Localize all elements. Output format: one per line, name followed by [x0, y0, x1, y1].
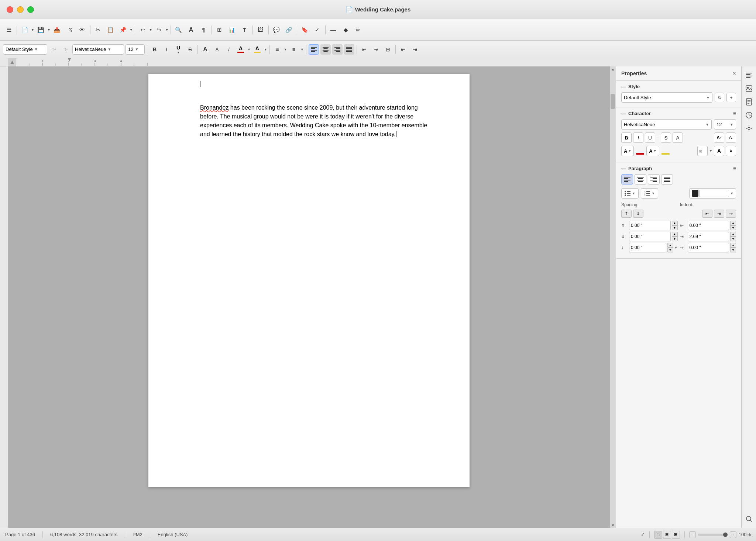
- style-section-header[interactable]: — Style: [621, 84, 736, 89]
- paragraph-numbers-button[interactable]: 1.2.3. ▼: [641, 188, 658, 199]
- para-align-center-button[interactable]: [635, 174, 646, 185]
- redo-button[interactable]: ↪: [153, 24, 165, 36]
- indent-left-down[interactable]: ▼: [730, 225, 736, 230]
- line-spacing-down[interactable]: ▼: [667, 248, 673, 252]
- column-button[interactable]: ⊟: [383, 44, 393, 55]
- paragraph-border-button[interactable]: ▼: [689, 188, 736, 199]
- first-line-up[interactable]: ▲: [730, 243, 736, 248]
- hanging-indent-button[interactable]: ⇢: [726, 210, 736, 218]
- panel-icon-properties[interactable]: [743, 69, 755, 81]
- line-spacing-input[interactable]: 0.00 ": [629, 243, 666, 252]
- undo-dropdown-arrow[interactable]: ▼: [149, 28, 152, 32]
- paste-button-group[interactable]: 📌 ▼: [117, 24, 133, 36]
- close-button[interactable]: [7, 6, 13, 13]
- highlight-arrow[interactable]: ▼: [264, 48, 267, 51]
- pilcrow-button[interactable]: ¶: [198, 24, 210, 36]
- indent-right-up[interactable]: ▲: [730, 232, 736, 237]
- list-button[interactable]: ≡: [272, 44, 282, 55]
- shape2-button[interactable]: ◆: [340, 24, 352, 36]
- style-add-button[interactable]: +: [726, 93, 736, 102]
- align-left-button[interactable]: [309, 44, 319, 55]
- style-select[interactable]: Default Style ▼: [621, 92, 712, 103]
- para-align-right-button[interactable]: [648, 174, 660, 185]
- pen-button[interactable]: ✏: [353, 24, 364, 36]
- highlight-button[interactable]: A: [252, 44, 262, 55]
- char-highlight-button[interactable]: A ▼: [646, 146, 659, 156]
- indent-increase-button[interactable]: ⇥: [371, 44, 381, 55]
- new-button[interactable]: 📄: [19, 24, 31, 36]
- char-underline-button[interactable]: U: [645, 132, 655, 143]
- thumbnail-button[interactable]: ⊞: [672, 531, 680, 539]
- document-area[interactable]: Bronandez has been rocking the scene sin…: [8, 66, 610, 528]
- subscript-button[interactable]: T-: [61, 44, 71, 55]
- paragraph-section-header[interactable]: — Paragraph ≡: [621, 165, 736, 171]
- chart-button[interactable]: 📊: [226, 24, 238, 36]
- font-size-dropdown[interactable]: 12 ▼: [126, 44, 145, 55]
- single-page-button[interactable]: □: [654, 531, 662, 539]
- panel-icon-settings[interactable]: [743, 123, 755, 134]
- character-section-menu[interactable]: ≡: [733, 110, 736, 116]
- spelling-button[interactable]: ✓: [641, 532, 645, 537]
- zoom-slider[interactable]: [698, 534, 728, 536]
- bookmark-button[interactable]: 🔖: [299, 24, 311, 36]
- search-button[interactable]: 🔍: [173, 24, 185, 36]
- character-section-header[interactable]: — Character ≡: [621, 110, 736, 116]
- new-button-group[interactable]: 📄 ▼: [19, 24, 34, 36]
- char-superscript-button[interactable]: A+: [714, 132, 724, 143]
- indent-decrease-button[interactable]: ⇤: [359, 44, 370, 55]
- panel-icon-image[interactable]: [743, 83, 755, 94]
- indent-right-down[interactable]: ▼: [730, 237, 736, 241]
- character-font-select[interactable]: HelveticaNeue ▼: [621, 119, 712, 130]
- panel-icon-doc[interactable]: [743, 96, 755, 108]
- vertical-scrollbar[interactable]: ▲ ▼: [610, 66, 616, 528]
- panel-close-button[interactable]: ×: [733, 70, 736, 77]
- two-page-button[interactable]: ⊟: [663, 531, 671, 539]
- panel-icon-chart[interactable]: [743, 109, 755, 121]
- text-color-arrow[interactable]: ▼: [247, 48, 251, 51]
- decrease-size-button[interactable]: A: [212, 44, 222, 55]
- document-paragraph[interactable]: Bronandez has been rocking the scene sin…: [200, 103, 433, 139]
- share-button[interactable]: 📤: [51, 24, 63, 36]
- panel-icon-zoom[interactable]: [743, 513, 755, 525]
- print-button[interactable]: 🖨: [64, 24, 76, 36]
- align-right-button[interactable]: [332, 44, 343, 55]
- char-subscript-button[interactable]: A-: [726, 132, 736, 143]
- line-spacing-dropdown[interactable]: ▼: [674, 243, 678, 252]
- space-after-input[interactable]: 0.00 ": [629, 232, 671, 241]
- list-arrow[interactable]: ▼: [284, 48, 287, 51]
- scroll-track[interactable]: [610, 72, 616, 523]
- char-bold-button[interactable]: B: [621, 132, 632, 143]
- save-button-group[interactable]: 💾 ▼: [35, 24, 51, 36]
- zoom-in-button[interactable]: +: [730, 531, 736, 538]
- char-size-up-button[interactable]: A: [714, 146, 724, 156]
- italic-button[interactable]: I: [161, 44, 172, 55]
- link-button[interactable]: 🔗: [283, 24, 295, 36]
- space-after-button[interactable]: ⇓: [633, 210, 643, 218]
- line-button[interactable]: —: [327, 24, 339, 36]
- align-justify-button[interactable]: [344, 44, 354, 55]
- media-button[interactable]: 🖼: [255, 24, 267, 36]
- undo-button-group[interactable]: ↩ ▼: [137, 24, 152, 36]
- para-align-left-button[interactable]: [621, 174, 633, 185]
- character-size-select[interactable]: 12 ▼: [714, 119, 736, 130]
- paste-button[interactable]: 📌: [117, 24, 129, 36]
- space-after-down[interactable]: ▼: [672, 237, 678, 241]
- save-dropdown-arrow[interactable]: ▼: [47, 28, 51, 32]
- indent-first-button[interactable]: ⇤: [702, 210, 712, 218]
- view-button[interactable]: 👁: [76, 24, 88, 36]
- scroll-thumb[interactable]: [611, 94, 615, 109]
- space-after-up[interactable]: ▲: [672, 232, 678, 237]
- indent-button[interactable]: ≡: [289, 44, 299, 55]
- indent-left-button[interactable]: ⇤: [398, 44, 408, 55]
- space-before-down[interactable]: ▼: [672, 225, 678, 230]
- scroll-up-button[interactable]: ▲: [611, 66, 616, 72]
- indent-right-button[interactable]: ⇥: [410, 44, 420, 55]
- maximize-button[interactable]: [27, 6, 34, 13]
- text-style-button[interactable]: A: [185, 24, 197, 36]
- space-before-up[interactable]: ▲: [672, 221, 678, 225]
- scroll-down-button[interactable]: ▼: [611, 523, 616, 528]
- style-refresh-button[interactable]: ↻: [715, 93, 724, 102]
- shapes-button[interactable]: T: [239, 24, 251, 36]
- indent-left-input[interactable]: 0.00 ": [688, 221, 729, 230]
- page-content[interactable]: Bronandez has been rocking the scene sin…: [200, 103, 433, 139]
